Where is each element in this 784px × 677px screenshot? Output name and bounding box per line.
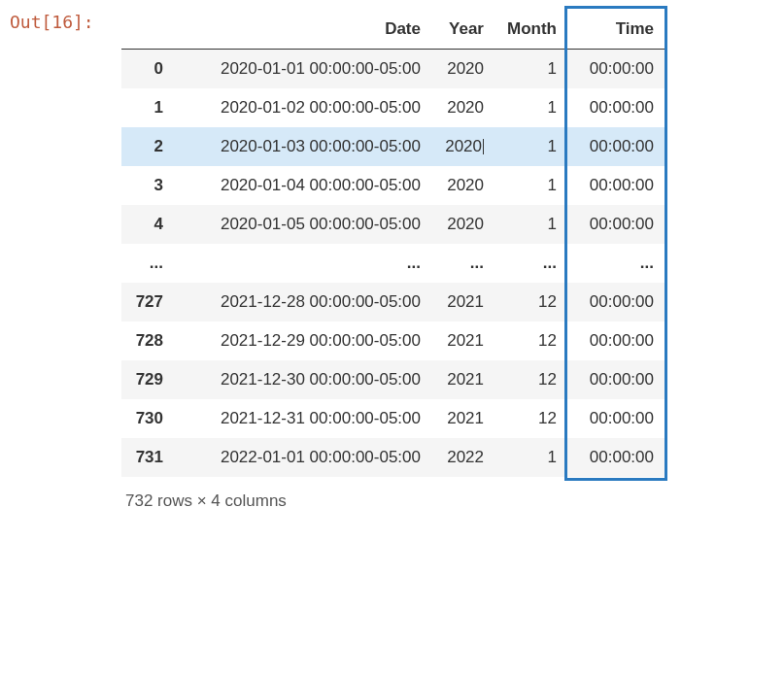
header-time: Time bbox=[568, 10, 665, 50]
cell-time: 00:00:00 bbox=[568, 88, 665, 127]
table-row[interactable]: 02020-01-01 00:00:00-05:002020100:00:00 bbox=[121, 50, 665, 89]
cell-year: 2020 bbox=[432, 50, 495, 89]
row-index: 730 bbox=[121, 399, 175, 438]
cell-time: 00:00:00 bbox=[568, 127, 665, 166]
cell-date: 2022-01-01 00:00:00-05:00 bbox=[175, 438, 432, 477]
row-index: 731 bbox=[121, 438, 175, 477]
dataframe-table[interactable]: Date Year Month Time 02020-01-01 00:00:0… bbox=[121, 10, 665, 477]
header-index bbox=[121, 10, 175, 50]
cell-month: 1 bbox=[495, 205, 568, 244]
row-index: 1 bbox=[121, 88, 175, 127]
cell-date: 2021-12-28 00:00:00-05:00 bbox=[175, 283, 432, 322]
cell-month: 12 bbox=[495, 360, 568, 399]
table-row[interactable]: 32020-01-04 00:00:00-05:002020100:00:00 bbox=[121, 166, 665, 205]
cell-date: ... bbox=[175, 244, 432, 283]
cell-month: 1 bbox=[495, 88, 568, 127]
row-index: 729 bbox=[121, 360, 175, 399]
cell-date: 2021-12-29 00:00:00-05:00 bbox=[175, 322, 432, 360]
cell-year: 2021 bbox=[432, 283, 495, 322]
cell-year: 2021 bbox=[432, 322, 495, 360]
table-row[interactable]: 7272021-12-28 00:00:00-05:0020211200:00:… bbox=[121, 283, 665, 322]
cell-time: 00:00:00 bbox=[568, 438, 665, 477]
cell-time: 00:00:00 bbox=[568, 322, 665, 360]
cell-month: 1 bbox=[495, 166, 568, 205]
cell-month: 1 bbox=[495, 438, 568, 477]
cell-time: 00:00:00 bbox=[568, 399, 665, 438]
header-month: Month bbox=[495, 10, 568, 50]
cell-time: 00:00:00 bbox=[568, 50, 665, 89]
cell-date: 2020-01-04 00:00:00-05:00 bbox=[175, 166, 432, 205]
table-footer: 732 rows × 4 columns bbox=[121, 477, 774, 511]
table-row[interactable]: 12020-01-02 00:00:00-05:002020100:00:00 bbox=[121, 88, 665, 127]
cell-time: 00:00:00 bbox=[568, 283, 665, 322]
row-index: ... bbox=[121, 244, 175, 283]
header-year: Year bbox=[432, 10, 495, 50]
table-row[interactable]: 7282021-12-29 00:00:00-05:0020211200:00:… bbox=[121, 322, 665, 360]
cell-year: 2020 bbox=[432, 205, 495, 244]
cell-year: 2020 bbox=[432, 166, 495, 205]
cell-date: 2020-01-01 00:00:00-05:00 bbox=[175, 50, 432, 89]
row-index: 727 bbox=[121, 283, 175, 322]
table-row[interactable]: ............... bbox=[121, 244, 665, 283]
cell-time: 00:00:00 bbox=[568, 166, 665, 205]
table-row[interactable]: 22020-01-03 00:00:00-05:002020100:00:00 bbox=[121, 127, 665, 166]
cell-year: 2021 bbox=[432, 360, 495, 399]
cell-month: 12 bbox=[495, 283, 568, 322]
table-row[interactable]: 7292021-12-30 00:00:00-05:0020211200:00:… bbox=[121, 360, 665, 399]
cell-year: ... bbox=[432, 244, 495, 283]
cell-month: 12 bbox=[495, 399, 568, 438]
row-index: 3 bbox=[121, 166, 175, 205]
cell-time: 00:00:00 bbox=[568, 205, 665, 244]
cell-year: 2020 bbox=[432, 127, 495, 166]
header-row: Date Year Month Time bbox=[121, 10, 665, 50]
cell-year: 2020 bbox=[432, 88, 495, 127]
cell-time: ... bbox=[568, 244, 665, 283]
cell-date: 2020-01-03 00:00:00-05:00 bbox=[175, 127, 432, 166]
cell-year: 2021 bbox=[432, 399, 495, 438]
row-index: 0 bbox=[121, 50, 175, 89]
cell-month: ... bbox=[495, 244, 568, 283]
cell-month: 1 bbox=[495, 50, 568, 89]
row-index: 728 bbox=[121, 322, 175, 360]
cell-date: 2020-01-05 00:00:00-05:00 bbox=[175, 205, 432, 244]
row-index: 4 bbox=[121, 205, 175, 244]
table-row[interactable]: 7312022-01-01 00:00:00-05:002022100:00:0… bbox=[121, 438, 665, 477]
cell-month: 12 bbox=[495, 322, 568, 360]
row-index: 2 bbox=[121, 127, 175, 166]
table-row[interactable]: 7302021-12-31 00:00:00-05:0020211200:00:… bbox=[121, 399, 665, 438]
cell-date: 2021-12-31 00:00:00-05:00 bbox=[175, 399, 432, 438]
output-label: Out[16]: bbox=[10, 10, 121, 32]
cell-time: 00:00:00 bbox=[568, 360, 665, 399]
cell-date: 2020-01-02 00:00:00-05:00 bbox=[175, 88, 432, 127]
table-row[interactable]: 42020-01-05 00:00:00-05:002020100:00:00 bbox=[121, 205, 665, 244]
header-date: Date bbox=[175, 10, 432, 50]
cell-month: 1 bbox=[495, 127, 568, 166]
cell-date: 2021-12-30 00:00:00-05:00 bbox=[175, 360, 432, 399]
cell-year: 2022 bbox=[432, 438, 495, 477]
